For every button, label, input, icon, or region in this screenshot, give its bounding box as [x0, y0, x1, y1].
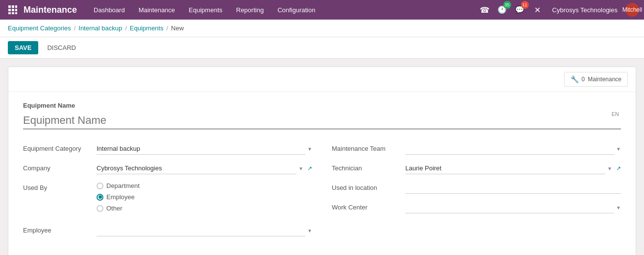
user-avatar[interactable]: Mitchell [625, 3, 639, 17]
main-content: 🔧 0 Maintenance Equipment Name EN [0, 59, 644, 255]
menu-configuration[interactable]: Configuration [271, 0, 322, 20]
breadcrumb-equipment-categories[interactable]: Equipment Categories [8, 24, 71, 32]
main-menu: Dashboard Maintenance Equipments Reporti… [87, 0, 478, 20]
radio-employee[interactable]: Employee [97, 193, 140, 201]
maintenance-count-button[interactable]: 🔧 0 Maintenance [564, 72, 628, 87]
company-select-wrapper: Cybrosys Technologies ▼ [97, 162, 303, 174]
employee-select[interactable] [97, 225, 305, 236]
svg-rect-1 [12, 5, 14, 8]
maintenance-label: Maintenance [588, 76, 621, 83]
employee-label: Employee [23, 225, 92, 234]
equipment-category-label: Equipment Category [23, 143, 92, 152]
work-center-row: Work Center ▼ [332, 198, 621, 217]
close-icon[interactable]: ✕ [531, 3, 545, 17]
equipment-name-section: Equipment Name EN [23, 102, 621, 129]
maintenance-count: 0 [582, 76, 585, 83]
radio-department-circle [97, 183, 103, 189]
technician-value: Laurie Poiret ▼ ↗ [405, 162, 621, 174]
form-left-col: Equipment Category Internal backup ▼ [23, 139, 312, 240]
toolbar: SAVE DISCARD [0, 37, 644, 59]
equipment-category-select-wrapper: Internal backup ▼ [97, 143, 312, 155]
app-title: Maintenance [24, 5, 77, 15]
equipment-category-value: Internal backup ▼ [97, 143, 312, 155]
svg-rect-2 [15, 5, 17, 8]
messages-icon[interactable]: 💬 11 [513, 3, 527, 17]
maintenance-team-arrow: ▼ [616, 146, 621, 152]
technician-select[interactable]: Laurie Poiret [405, 162, 605, 174]
menu-dashboard[interactable]: Dashboard [87, 0, 132, 20]
form-grid: Equipment Category Internal backup ▼ [23, 139, 621, 240]
employee-row: Employee ▼ [23, 221, 312, 240]
radio-other[interactable]: Other [97, 205, 140, 212]
svg-rect-3 [8, 9, 11, 11]
breadcrumb-internal-backup[interactable]: Internal backup [78, 24, 122, 32]
save-button[interactable]: SAVE [8, 41, 38, 54]
company-value: Cybrosys Technologies ▼ ↗ [97, 162, 312, 174]
company-arrow: ▼ [298, 166, 303, 171]
menu-maintenance[interactable]: Maintenance [132, 0, 182, 20]
maintenance-team-value: ▼ [405, 143, 621, 155]
used-by-value: Department Employee Other [97, 182, 312, 212]
form-body: Equipment Name EN Equipment Category [8, 92, 636, 250]
equipment-category-select[interactable]: Internal backup [97, 143, 305, 155]
breadcrumb-sep-3: / [166, 24, 168, 32]
used-by-row: Used By Department Employee [23, 178, 312, 216]
radio-other-label: Other [106, 205, 123, 212]
used-in-location-input[interactable] [405, 182, 621, 194]
employee-arrow: ▼ [307, 228, 312, 233]
breadcrumb-sep-2: / [125, 24, 127, 32]
used-in-location-label: Used in location [332, 182, 400, 191]
work-center-select[interactable] [405, 202, 614, 213]
menu-reporting[interactable]: Reporting [229, 0, 271, 20]
radio-department[interactable]: Department [97, 182, 140, 189]
equipment-name-input[interactable] [23, 112, 621, 129]
menu-equipments[interactable]: Equipments [182, 0, 229, 20]
company-label: Company [23, 162, 92, 172]
used-by-radio-group: Department Employee Other [97, 182, 140, 212]
company-row: Company Cybrosys Technologies ▼ ↗ [23, 159, 312, 178]
breadcrumb: Equipment Categories / Internal backup /… [0, 20, 644, 37]
breadcrumb-new: New [171, 24, 184, 32]
maintenance-team-select[interactable] [405, 143, 614, 155]
svg-rect-4 [12, 9, 14, 11]
discard-button[interactable]: DISCARD [42, 41, 81, 54]
form-right-col: Maintenance Team ▼ Technician [332, 139, 621, 240]
company-select[interactable]: Cybrosys Technologies [97, 162, 297, 174]
employee-value: ▼ [97, 225, 312, 236]
top-navigation: Maintenance Dashboard Maintenance Equipm… [0, 0, 644, 20]
radio-other-circle [97, 205, 103, 212]
radio-department-label: Department [106, 182, 140, 189]
used-in-location-row: Used in location [332, 178, 621, 198]
used-by-label: Used By [23, 182, 92, 191]
maintenance-team-row: Maintenance Team ▼ [332, 139, 621, 159]
breadcrumb-sep-1: / [74, 24, 76, 32]
radio-employee-circle [97, 194, 103, 201]
work-center-value: ▼ [405, 202, 621, 213]
messages-badge: 11 [521, 1, 529, 9]
maintenance-team-label: Maintenance Team [332, 143, 400, 152]
svg-rect-0 [8, 5, 11, 8]
equipment-category-arrow: ▼ [307, 146, 312, 152]
equipment-category-row: Equipment Category Internal backup ▼ [23, 139, 312, 159]
phone-icon[interactable]: ☎ [478, 3, 492, 17]
technician-ext-link-icon[interactable]: ↗ [616, 165, 621, 172]
technician-label: Technician [332, 162, 400, 172]
svg-rect-5 [15, 9, 17, 11]
equipment-name-label: Equipment Name [23, 102, 621, 109]
svg-rect-8 [15, 12, 17, 14]
en-badge: EN [612, 111, 619, 117]
app-grid-icon[interactable] [5, 2, 21, 18]
radio-employee-label: Employee [106, 193, 135, 201]
company-ext-link-icon[interactable]: ↗ [307, 165, 312, 172]
breadcrumb-equipments[interactable]: Equipments [130, 24, 164, 32]
employee-select-wrapper: ▼ [97, 225, 312, 236]
company-name: Cybrosys Technologies [552, 6, 618, 14]
maintenance-team-select-wrapper: ▼ [405, 143, 621, 155]
svg-rect-7 [12, 12, 14, 14]
technician-row: Technician Laurie Poiret ▼ ↗ [332, 159, 621, 178]
activity-icon[interactable]: 🕐 35 [495, 3, 509, 17]
svg-rect-6 [8, 12, 11, 14]
technician-select-wrapper: Laurie Poiret ▼ [405, 162, 612, 174]
used-in-location-value [405, 182, 621, 194]
technician-arrow: ▼ [607, 166, 612, 171]
